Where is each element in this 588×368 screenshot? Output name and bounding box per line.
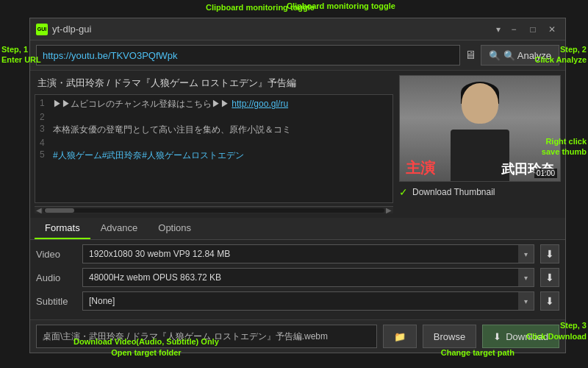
audio-format-info: 48000Hz webm OPUS 863.72 KB — [82, 268, 518, 287]
thumbnail-image[interactable]: 主演 武田玲奈 01:00 — [399, 75, 561, 182]
page-wrapper: Clipboard monitoring toggle Clipboard mo… — [0, 0, 588, 368]
browse-label: Browse — [434, 331, 465, 342]
download-thumbnail-label: Download Thumbnail — [412, 187, 495, 197]
video-dropdown-btn[interactable]: ▾ — [518, 244, 534, 263]
check-icon: ✓ — [399, 186, 408, 198]
maximize-btn[interactable]: □ — [526, 22, 540, 37]
desc-line-3: 3 本格派女優の登竜門として高い注目を集め、原作小説＆コミ — [40, 124, 388, 136]
tab-advance[interactable]: Advance — [90, 218, 148, 239]
line-num-4: 4 — [40, 138, 50, 148]
person-head — [462, 83, 498, 124]
video-format-row: Video 1920x1080 30 webm VP9 12.84 MB ▾ ⬇ — [36, 244, 559, 263]
change-path-annotation: Change target path — [441, 347, 514, 358]
content-area: 主演・武田玲奈 / ドラマ『人狼ゲーム ロストエデン』予告編 1 ▶▶ムビコレの… — [30, 71, 565, 218]
step1-annotation: Step, 1Enter URL — [1, 44, 41, 66]
line-num-5: 5 — [40, 149, 50, 162]
desc-text-1: ▶▶ムビコレのチャンネル登録はこちら▶▶ http://goo.gl/ru — [53, 98, 288, 110]
description-text: 1 ▶▶ムビコレのチャンネル登録はこちら▶▶ http://goo.gl/ru … — [35, 94, 393, 203]
scrollbar-track — [43, 208, 384, 213]
monitor-icon[interactable]: 🖥 — [465, 49, 476, 62]
desc-tag-5: #人狼ゲーム#武田玲奈#人狼ゲームロストエデン — [53, 149, 244, 162]
line-num-2: 2 — [40, 112, 50, 122]
url-bar: 🖥 🔍 🔍 Analyze — [30, 40, 565, 71]
thumbnail-panel: 主演 武田玲奈 01:00 ✓ Download Thumbnail — [399, 75, 561, 213]
close-btn[interactable]: ✕ — [545, 22, 559, 37]
desc-line-1: 1 ▶▶ムビコレのチャンネル登録はこちら▶▶ http://goo.gl/ru — [40, 98, 388, 110]
url-input[interactable] — [36, 45, 460, 66]
tab-options[interactable]: Options — [148, 218, 201, 239]
subtitle-format-info: [None] — [82, 291, 518, 311]
window-controls: − □ ✕ — [506, 22, 559, 37]
video-format-info: 1920x1080 30 webm VP9 12.84 MB — [82, 244, 518, 263]
audio-dropdown-btn[interactable]: ▾ — [518, 268, 534, 287]
app-title: yt-dlp-gui — [52, 24, 496, 35]
clipboard-toggle-btn[interactable]: ▾ — [496, 24, 501, 35]
desc-text-3: 本格派女優の登竜門として高い注目を集め、原作小説＆コミ — [53, 124, 291, 136]
desc-text-2 — [53, 112, 55, 122]
step3-annotation: Step, 3Click Download — [526, 320, 587, 342]
video-label: Video — [36, 249, 76, 260]
subtitle-format-row: Subtitle [None] ▾ ⬇ — [36, 291, 559, 311]
download-thumbnail-row: ✓ Download Thumbnail — [399, 185, 561, 199]
desc-text-4 — [53, 138, 55, 148]
tab-formats[interactable]: Formats — [35, 218, 90, 239]
desc-link-1[interactable]: http://goo.gl/ru — [232, 99, 288, 109]
person-body — [451, 130, 509, 181]
description-panel: 主演・武田玲奈 / ドラマ『人狼ゲーム ロストエデン』予告編 1 ▶▶ムビコレの… — [35, 75, 393, 213]
title-bar: GUI yt-dlp-gui ▾ − □ ✕ — [30, 18, 565, 40]
audio-format-inner: 48000Hz webm OPUS 863.72 KB ▾ — [82, 268, 534, 287]
thumbnail-overlay-text: 主演 — [406, 158, 435, 178]
folder-btn[interactable]: 📁 — [383, 325, 417, 348]
thumbnail-time: 01:00 — [534, 169, 557, 178]
desc-line-5: 5 #人狼ゲーム#武田玲奈#人狼ゲームロストエデン — [40, 149, 388, 162]
minimize-btn[interactable]: − — [506, 22, 521, 37]
desc-line-2: 2 — [40, 112, 388, 122]
main-window: GUI yt-dlp-gui ▾ − □ ✕ 🖥 🔍 🔍 Analyze — [29, 18, 566, 353]
scrollbar-thumb[interactable] — [45, 208, 74, 213]
tabs-bar: Formats Advance Options — [30, 218, 565, 240]
audio-label: Audio — [36, 272, 76, 283]
download-icon: ⬇ — [493, 331, 501, 342]
subtitle-format-inner: [None] ▾ — [82, 291, 534, 311]
app-icon: GUI — [36, 24, 48, 35]
bottom-left-annotation: Download Video(Audio, Subtitle) OnlyOpen… — [74, 336, 219, 358]
subtitle-download-btn[interactable]: ⬇ — [540, 291, 559, 311]
line-num-1: 1 — [40, 98, 50, 110]
desc-line-4: 4 — [40, 138, 388, 148]
search-icon: 🔍 — [489, 50, 501, 61]
step2-annotation: Step, 2Click Analyze — [534, 44, 587, 66]
line-num-3: 3 — [40, 124, 50, 136]
subtitle-dropdown-btn[interactable]: ▾ — [518, 291, 534, 311]
rightclick-annotation: Right clicksave thumb — [542, 136, 587, 158]
video-format-inner: 1920x1080 30 webm VP9 12.84 MB ▾ — [82, 244, 534, 263]
horizontal-scrollbar[interactable]: ◀ ▶ — [35, 206, 393, 213]
video-download-btn[interactable]: ⬇ — [540, 244, 559, 263]
folder-icon: 📁 — [394, 331, 406, 342]
audio-format-row: Audio 48000Hz webm OPUS 863.72 KB ▾ ⬇ — [36, 268, 559, 287]
browse-button[interactable]: Browse — [423, 325, 476, 348]
clipboard-label: Clipboard monitoring toggle — [287, 1, 395, 10]
video-title: 主演・武田玲奈 / ドラマ『人狼ゲーム ロストエデン』予告編 — [35, 75, 393, 91]
audio-download-btn[interactable]: ⬇ — [540, 268, 559, 287]
subtitle-label: Subtitle — [36, 296, 76, 307]
format-section: Video 1920x1080 30 webm VP9 12.84 MB ▾ ⬇… — [30, 240, 565, 319]
